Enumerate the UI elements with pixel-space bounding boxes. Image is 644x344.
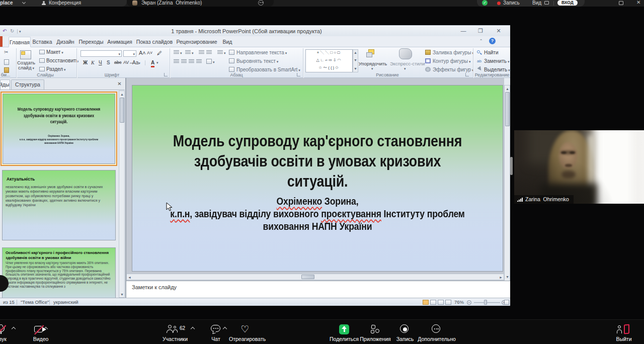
align-text-icon[interactable] — [229, 58, 234, 63]
reactions-smiley-icon[interactable] — [258, 0, 264, 6]
leave-button[interactable]: Выйти — [610, 324, 638, 342]
shape-effects-icon[interactable] — [425, 67, 431, 72]
find-icon[interactable] — [477, 50, 482, 55]
zoom-out-icon[interactable]: − — [467, 300, 471, 305]
line-spacing-icon[interactable] — [217, 50, 223, 55]
close-pane-icon[interactable]: ✕ — [117, 81, 122, 87]
editor-hscrollbar[interactable]: ◄ ► — [126, 274, 504, 280]
quick-styles-button[interactable]: Экспресс-стили — [390, 60, 421, 67]
view-icon[interactable] — [544, 1, 549, 5]
security-shield-icon[interactable]: ✓ — [482, 0, 488, 6]
tab-transitions[interactable]: Переходы — [78, 37, 104, 47]
tab-slideshow[interactable]: Показ слайдов — [136, 37, 173, 47]
increase-indent-icon[interactable] — [206, 50, 212, 55]
paragraph-dialog-launcher[interactable] — [297, 73, 300, 76]
pane-tab-outline[interactable]: Структура — [11, 79, 44, 90]
slides-panel-scrollbar[interactable]: ▲ ▼ — [119, 91, 125, 298]
collapse-ribbon-icon[interactable]: ⌃ — [478, 38, 484, 44]
grow-font-icon[interactable]: A˄ — [139, 50, 146, 56]
notes-pane[interactable]: Заметки к слайду — [126, 281, 510, 298]
cut-icon[interactable]: ✂ — [4, 49, 10, 55]
align-center-icon[interactable] — [181, 59, 187, 64]
shadow-button[interactable]: S — [107, 59, 110, 66]
decrease-indent-icon[interactable] — [199, 50, 204, 55]
layout-icon[interactable] — [39, 50, 45, 54]
view-normal-icon[interactable] — [423, 300, 429, 305]
new-slide-icon[interactable] — [20, 50, 31, 59]
align-right-icon[interactable] — [189, 59, 194, 64]
qat-dropdown-icon[interactable]: ▾ — [19, 30, 21, 34]
apps-button[interactable]: Приложения — [360, 324, 391, 342]
shape-effects-button[interactable]: Эффекты фигур ▾ — [433, 66, 474, 73]
slide-thumbnail-1[interactable]: Модель супроводу кар'єрного становленняз… — [1, 92, 117, 166]
participant-video[interactable]: Zarina Ohrimenko — [514, 130, 644, 204]
change-case-button[interactable]: Aa▾ — [132, 59, 140, 66]
copy-icon[interactable] — [4, 59, 9, 65]
replace-button[interactable]: Заменить ▾ — [484, 58, 509, 65]
more-button[interactable]: Дополнительно — [418, 324, 456, 342]
tab-animations[interactable]: Анимация — [107, 37, 133, 47]
react-button[interactable]: ♡ Отреагировать — [229, 324, 261, 342]
font-color-button[interactable]: А — [151, 59, 154, 67]
arrange-button[interactable]: Упорядочить — [358, 60, 387, 67]
workspace-label[interactable]: place — [0, 0, 13, 6]
strikethrough-button[interactable]: abc — [114, 59, 122, 66]
tab-design[interactable]: Дизайн — [55, 37, 76, 47]
shapes-gallery[interactable]: ⌖╲╲□○▢ △∟⌐⇨⇩◠ ☆〜({}✩ — [305, 49, 353, 72]
shape-outline-icon[interactable] — [425, 58, 431, 63]
share-button[interactable]: Поделиться — [327, 324, 361, 342]
bullets-icon[interactable] — [174, 50, 179, 55]
shape-fill-button[interactable]: Заливка фигуры ▾ — [433, 49, 474, 56]
view-slideshow-icon[interactable] — [445, 300, 451, 305]
find-button[interactable]: Найти — [484, 49, 499, 56]
language[interactable]: украинский — [53, 298, 78, 306]
slide-canvas[interactable]: Модель супроводу кар'єрного становлення … — [132, 85, 503, 272]
restore-window-icon[interactable] — [619, 1, 623, 5]
underline-button[interactable]: Ч — [99, 59, 102, 66]
quick-styles-icon[interactable] — [399, 48, 412, 59]
reset-button[interactable]: Восстановить — [46, 57, 78, 64]
participants-button[interactable]: 62 Участники — [156, 324, 194, 342]
help-icon[interactable]: ? — [489, 38, 496, 44]
tab-home[interactable]: Главная — [9, 37, 31, 47]
redo-icon[interactable]: ↻ — [10, 28, 16, 34]
record-button[interactable]: Запись — [393, 324, 417, 342]
undo-icon[interactable]: ↶ — [3, 28, 8, 34]
smartart-icon[interactable] — [229, 67, 234, 72]
bold-button[interactable]: Ж — [83, 59, 88, 66]
tab-view[interactable]: Вид — [219, 37, 235, 47]
join-button[interactable]: ВХОД — [557, 0, 578, 6]
italic-button[interactable]: К — [91, 59, 95, 66]
tab-screen-label[interactable]: Экран (Zarina Ohrimenko) — [141, 0, 202, 6]
clear-format-icon[interactable]: 🖉 — [157, 50, 162, 56]
file-tab[interactable] — [0, 36, 3, 47]
tab-conference[interactable]: Конференция — [49, 0, 81, 6]
close-icon[interactable]: ✕ — [636, 0, 640, 5]
numbering-icon[interactable] — [185, 50, 191, 55]
slide-thumbnail-3[interactable]: Особливості кар'єрного і професійного ст… — [2, 247, 116, 306]
slide-thumbnail-2[interactable]: Актуальність незалежно від зовнішніх умо… — [2, 170, 116, 240]
zoom-slider-thumb[interactable] — [484, 300, 487, 305]
editor-vscrollbar[interactable]: ▲ ▼ ▲▲ ▼▼ — [504, 85, 510, 298]
maximize-button[interactable]: ❐ — [475, 28, 486, 34]
shrink-font-icon[interactable]: A˅ — [147, 50, 152, 56]
section-icon[interactable] — [39, 67, 45, 71]
video-button[interactable]: Видео — [26, 324, 55, 342]
pane-tab-slides[interactable]: Слайды — [0, 79, 10, 90]
audio-button[interactable]: Звук — [0, 324, 9, 342]
minimize-button[interactable]: — — [458, 28, 469, 34]
close-window-button[interactable]: ✕ — [493, 28, 504, 34]
fit-window-icon[interactable] — [504, 300, 509, 305]
view-reading-icon[interactable] — [438, 300, 444, 305]
zoom-slider[interactable] — [474, 302, 500, 303]
new-slide-button[interactable]: Создать слайд ▾ — [15, 60, 37, 71]
shape-fill-icon[interactable] — [425, 50, 431, 55]
font-dialog-launcher[interactable] — [164, 73, 168, 76]
arrange-icon[interactable] — [366, 49, 377, 59]
layout-button[interactable]: Макет ▾ — [46, 49, 63, 56]
font-size-combo[interactable]: ▾ — [123, 50, 136, 57]
reset-icon[interactable] — [39, 58, 45, 63]
video-strip-handle[interactable] — [510, 157, 513, 175]
smartart-button[interactable]: Преобразовать в SmartArt ▾ — [236, 66, 300, 73]
shape-outline-button[interactable]: Контур фигуры ▾ — [433, 58, 470, 65]
